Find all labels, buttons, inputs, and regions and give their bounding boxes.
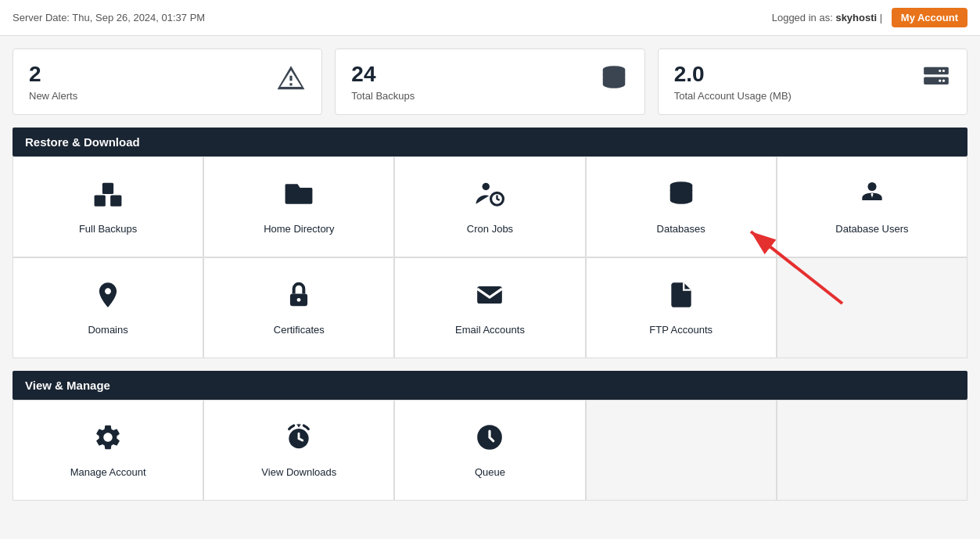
main-content: 2 New Alerts 24 Total Backups: [0, 36, 980, 526]
server-date: Server Date: Thu, Sep 26, 2024, 01:37 PM: [13, 12, 205, 23]
svg-point-5: [939, 70, 941, 72]
databases-label: Databases: [657, 223, 705, 235]
stat-card-usage: 2.0 Total Account Usage (MB): [658, 49, 967, 115]
card-cron-jobs[interactable]: Cron Jobs: [394, 156, 585, 257]
gear-icon: [93, 422, 123, 458]
database-users-label: Database Users: [835, 223, 908, 235]
svg-rect-7: [95, 196, 106, 207]
card-home-directory[interactable]: Home Directory: [203, 156, 394, 257]
svg-point-17: [297, 298, 301, 302]
usage-label: Total Account Usage (MB): [674, 90, 792, 102]
logged-in-label: Logged in as:: [772, 12, 833, 23]
alerts-number: 2: [29, 62, 77, 87]
restore-section: Restore & Download Full Backups: [13, 128, 967, 358]
backups-label: Total Backups: [351, 90, 415, 102]
stat-card-alerts: 2 New Alerts: [13, 49, 322, 115]
card-database-users[interactable]: Database Users: [777, 156, 967, 257]
topbar: Server Date: Thu, Sep 26, 2024, 01:37 PM…: [0, 0, 980, 36]
card-certificates[interactable]: Certificates: [203, 257, 394, 358]
svg-rect-9: [102, 183, 113, 194]
clock-icon: [475, 422, 504, 458]
svg-rect-2: [924, 77, 949, 84]
database-icon: [599, 63, 629, 100]
home-directory-label: Home Directory: [264, 223, 334, 235]
separator: |: [880, 12, 882, 23]
restore-card-grid-row2: Domains Certificates: [13, 257, 967, 358]
envelope-icon: [475, 280, 504, 316]
card-full-backups[interactable]: Full Backups: [13, 156, 203, 257]
login-info: Logged in as: skyhosti | My Account: [772, 8, 967, 27]
queue-label: Queue: [475, 466, 505, 478]
svg-point-15: [867, 182, 876, 191]
manage-account-label: Manage Account: [70, 466, 146, 478]
card-view-downloads[interactable]: View Downloads: [203, 400, 394, 501]
domains-label: Domains: [88, 324, 127, 336]
view-downloads-label: View Downloads: [261, 466, 336, 478]
empty-cell-3: [777, 400, 967, 501]
card-queue[interactable]: Queue: [394, 400, 585, 501]
boxes-icon: [93, 179, 123, 215]
card-domains[interactable]: Domains: [13, 257, 203, 358]
lock-icon: [284, 280, 314, 316]
svg-point-3: [942, 70, 945, 72]
full-backups-label: Full Backups: [79, 223, 137, 235]
card-email-accounts[interactable]: Email Accounts: [394, 257, 585, 358]
empty-cell-2: [586, 400, 777, 501]
stat-card-backups: 24 Total Backups: [335, 49, 644, 115]
empty-cell-1: [777, 257, 967, 358]
svg-point-4: [942, 80, 945, 82]
folder-icon: [284, 179, 314, 215]
download-clock-icon: [284, 422, 314, 458]
svg-rect-1: [924, 67, 949, 75]
manage-section: View & Manage Manage Account: [13, 371, 967, 501]
person-clock-icon: [475, 179, 504, 215]
manage-section-header: View & Manage: [13, 371, 967, 400]
svg-point-10: [483, 183, 490, 191]
manage-card-grid: Manage Account View Downloads: [13, 400, 967, 501]
svg-point-6: [939, 80, 941, 82]
card-databases[interactable]: Databases: [586, 156, 777, 257]
username: skyhosti: [835, 12, 877, 23]
certificates-label: Certificates: [274, 324, 325, 336]
pin-icon: [93, 280, 123, 316]
databases-icon: [666, 179, 696, 215]
ftp-accounts-label: FTP Accounts: [649, 324, 713, 336]
restore-card-grid-row1: Full Backups Home Directory: [13, 156, 967, 257]
cron-jobs-label: Cron Jobs: [467, 223, 513, 235]
svg-rect-8: [110, 196, 121, 207]
restore-row-1: Full Backups Home Directory: [13, 156, 967, 358]
restore-section-header: Restore & Download: [13, 128, 967, 156]
file-icon: [666, 280, 696, 316]
svg-rect-18: [478, 286, 503, 304]
alerts-label: New Alerts: [29, 90, 77, 102]
email-accounts-label: Email Accounts: [455, 324, 525, 336]
server-icon: [921, 63, 951, 100]
person-tie-icon: [857, 179, 887, 215]
usage-number: 2.0: [674, 62, 792, 87]
stats-row: 2 New Alerts 24 Total Backups: [13, 49, 967, 115]
my-account-button[interactable]: My Account: [892, 8, 967, 27]
alert-icon: [276, 63, 306, 100]
card-manage-account[interactable]: Manage Account: [13, 400, 203, 501]
card-ftp-accounts[interactable]: FTP Accounts: [586, 257, 777, 358]
backups-number: 24: [351, 62, 415, 87]
